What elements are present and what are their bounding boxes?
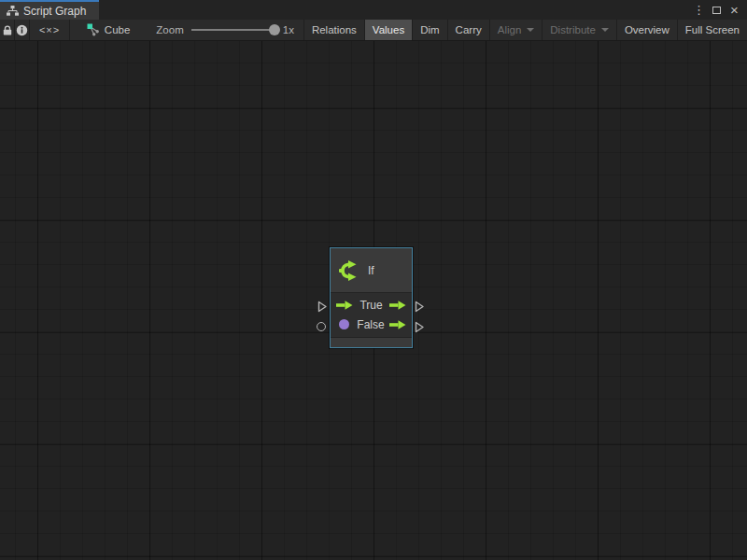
graph-hierarchy-icon [7, 6, 19, 17]
if-node[interactable]: If True False [330, 247, 413, 348]
close-icon[interactable]: × [727, 3, 741, 18]
info-button[interactable] [15, 20, 30, 40]
tab-script-graph[interactable]: Script Graph [0, 0, 99, 20]
chevron-down-icon [527, 28, 534, 32]
relations-button[interactable]: Relations [303, 20, 364, 40]
port-label-true: True [353, 299, 389, 312]
kebab-menu-icon[interactable]: ⋮ [692, 3, 706, 18]
port-row-false: False [331, 315, 412, 334]
zoom-slider-knob[interactable] [269, 24, 280, 35]
carry-button[interactable]: Carry [447, 20, 489, 40]
maximize-icon[interactable] [710, 3, 724, 18]
false-output-port[interactable] [415, 321, 425, 333]
values-button[interactable]: Values [364, 20, 412, 40]
port-label-false: False [352, 318, 389, 331]
if-node-footer [331, 337, 412, 347]
info-icon [16, 24, 28, 36]
node-title: If [368, 264, 374, 277]
overview-button[interactable]: Overview [616, 20, 677, 40]
branch-if-icon [336, 257, 360, 285]
dim-button[interactable]: Dim [412, 20, 446, 40]
flow-out-true-arrow-icon[interactable] [389, 301, 406, 310]
flow-out-false-arrow-icon[interactable] [389, 320, 406, 329]
tab-title: Script Graph [23, 5, 86, 18]
lock-button[interactable] [0, 20, 15, 40]
ports-toggle-button[interactable]: <×> [30, 20, 70, 40]
distribute-dropdown[interactable]: Distribute [542, 20, 616, 40]
window-controls: ⋮ × [692, 0, 747, 20]
zoom-label: Zoom [156, 24, 183, 35]
angle-brackets-icon: <×> [39, 24, 60, 35]
toolbar-buttons: Relations Values Dim Carry Align Distrib… [303, 20, 747, 40]
condition-input-port[interactable] [317, 322, 326, 331]
graph-canvas[interactable]: If True False [0, 41, 747, 560]
full-screen-button[interactable]: Full Screen [677, 20, 747, 40]
zoom-control: Zoom 1x [143, 20, 303, 40]
flow-in-arrow-icon[interactable] [336, 301, 353, 310]
script-graph-window: Script Graph ⋮ × <×> [0, 0, 747, 560]
true-output-port[interactable] [415, 301, 425, 313]
flow-input-port[interactable] [317, 301, 328, 313]
condition-value-dot[interactable] [339, 319, 349, 329]
chevron-down-icon [601, 28, 609, 32]
graph-owner-label: Cube [105, 24, 131, 35]
graph-toolbar: <×> Cube Zoom 1x Relations Values Dim Ca… [0, 20, 747, 41]
lock-icon [2, 24, 13, 36]
if-node-header[interactable]: If [331, 248, 412, 293]
zoom-value: 1x [283, 24, 294, 35]
script-graph-asset-icon [87, 23, 100, 36]
if-node-body: True False [331, 293, 412, 337]
port-row-true: True [331, 295, 412, 315]
tab-bar: Script Graph ⋮ × [0, 0, 747, 20]
zoom-slider[interactable] [191, 29, 275, 31]
graph-owner-indicator[interactable]: Cube [70, 20, 144, 40]
align-dropdown[interactable]: Align [489, 20, 543, 40]
